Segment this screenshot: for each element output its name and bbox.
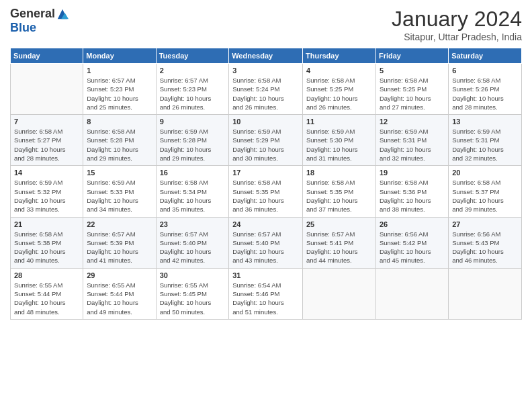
day-number: 23 (160, 220, 226, 228)
day-info: Sunrise: 6:58 AMSunset: 5:27 PMDaylight:… (14, 127, 79, 163)
day-number: 29 (87, 271, 152, 279)
day-number: 6 (452, 66, 518, 75)
calendar-cell: 27Sunrise: 6:56 AMSunset: 5:43 PMDayligh… (449, 217, 522, 268)
calendar-week-row: 28Sunrise: 6:55 AMSunset: 5:44 PMDayligh… (11, 268, 522, 319)
calendar-cell: 15Sunrise: 6:59 AMSunset: 5:33 PMDayligh… (83, 166, 156, 217)
calendar-header-row: SundayMondayTuesdayWednesdayThursdayFrid… (11, 48, 522, 64)
day-number: 17 (232, 169, 299, 177)
calendar-cell: 26Sunrise: 6:56 AMSunset: 5:42 PMDayligh… (375, 217, 448, 268)
day-number: 13 (452, 118, 518, 126)
day-number: 3 (232, 66, 299, 75)
calendar-cell (449, 268, 522, 319)
day-info: Sunrise: 6:58 AMSunset: 5:25 PMDaylight:… (306, 76, 372, 111)
day-number: 31 (232, 271, 299, 279)
day-info: Sunrise: 6:56 AMSunset: 5:42 PMDaylight:… (380, 230, 445, 265)
calendar-cell: 13Sunrise: 6:59 AMSunset: 5:31 PMDayligh… (449, 115, 522, 166)
day-number: 9 (160, 118, 226, 126)
calendar-cell: 31Sunrise: 6:54 AMSunset: 5:46 PMDayligh… (229, 268, 303, 319)
day-number: 11 (306, 118, 372, 126)
calendar-header-monday: Monday (83, 48, 156, 64)
day-info: Sunrise: 6:57 AMSunset: 5:23 PMDaylight:… (160, 76, 226, 111)
day-info: Sunrise: 6:55 AMSunset: 5:45 PMDaylight:… (160, 281, 226, 316)
calendar-header-tuesday: Tuesday (156, 48, 229, 64)
day-number: 28 (14, 271, 79, 279)
calendar-cell: 16Sunrise: 6:58 AMSunset: 5:34 PMDayligh… (156, 166, 229, 217)
calendar-header-sunday: Sunday (11, 48, 83, 64)
day-number: 8 (87, 118, 152, 126)
calendar-cell: 17Sunrise: 6:58 AMSunset: 5:35 PMDayligh… (229, 166, 303, 217)
calendar-cell: 30Sunrise: 6:55 AMSunset: 5:45 PMDayligh… (156, 268, 229, 319)
logo-blue-text: Blue (10, 21, 36, 34)
day-info: Sunrise: 6:59 AMSunset: 5:33 PMDaylight:… (87, 178, 152, 214)
day-number: 25 (306, 220, 372, 228)
calendar-header-thursday: Thursday (303, 48, 376, 64)
calendar-cell: 28Sunrise: 6:55 AMSunset: 5:44 PMDayligh… (11, 268, 83, 319)
day-number: 27 (452, 220, 518, 228)
calendar-cell: 29Sunrise: 6:55 AMSunset: 5:44 PMDayligh… (83, 268, 156, 319)
day-info: Sunrise: 6:57 AMSunset: 5:39 PMDaylight:… (87, 230, 152, 265)
page: General Blue January 2024 Sitapur, Uttar… (0, 0, 532, 326)
day-info: Sunrise: 6:58 AMSunset: 5:36 PMDaylight:… (380, 178, 445, 214)
day-number: 24 (232, 220, 299, 228)
calendar-cell (11, 64, 83, 115)
day-number: 16 (160, 169, 226, 177)
day-info: Sunrise: 6:57 AMSunset: 5:40 PMDaylight:… (232, 230, 299, 265)
calendar-cell: 11Sunrise: 6:59 AMSunset: 5:30 PMDayligh… (303, 115, 376, 166)
day-number: 21 (14, 220, 79, 228)
logo-icon (56, 8, 69, 20)
day-info: Sunrise: 6:59 AMSunset: 5:31 PMDaylight:… (380, 127, 445, 163)
day-info: Sunrise: 6:59 AMSunset: 5:30 PMDaylight:… (306, 127, 372, 163)
calendar-week-row: 7Sunrise: 6:58 AMSunset: 5:27 PMDaylight… (11, 115, 522, 166)
day-info: Sunrise: 6:59 AMSunset: 5:29 PMDaylight:… (232, 127, 299, 163)
calendar-cell: 7Sunrise: 6:58 AMSunset: 5:27 PMDaylight… (11, 115, 83, 166)
calendar-cell: 9Sunrise: 6:59 AMSunset: 5:28 PMDaylight… (156, 115, 229, 166)
day-number: 10 (232, 118, 299, 126)
calendar-cell (303, 268, 376, 319)
calendar-cell: 23Sunrise: 6:57 AMSunset: 5:40 PMDayligh… (156, 217, 229, 268)
day-number: 15 (87, 169, 152, 177)
logo-general-text: General (10, 7, 55, 21)
calendar-header-saturday: Saturday (449, 48, 522, 64)
calendar-cell: 21Sunrise: 6:58 AMSunset: 5:38 PMDayligh… (11, 217, 83, 268)
day-number: 12 (380, 118, 445, 126)
day-info: Sunrise: 6:57 AMSunset: 5:41 PMDaylight:… (306, 230, 372, 265)
day-number: 5 (380, 66, 445, 75)
day-number: 7 (14, 118, 79, 126)
day-info: Sunrise: 6:59 AMSunset: 5:31 PMDaylight:… (452, 127, 518, 163)
month-title: January 2024 (392, 7, 522, 32)
day-info: Sunrise: 6:55 AMSunset: 5:44 PMDaylight:… (14, 281, 79, 316)
day-number: 1 (87, 66, 152, 75)
calendar-cell: 24Sunrise: 6:57 AMSunset: 5:40 PMDayligh… (229, 217, 303, 268)
day-info: Sunrise: 6:57 AMSunset: 5:23 PMDaylight:… (87, 76, 152, 111)
title-block: January 2024 Sitapur, Uttar Pradesh, Ind… (392, 7, 522, 42)
day-info: Sunrise: 6:58 AMSunset: 5:35 PMDaylight:… (306, 178, 372, 214)
calendar-table: SundayMondayTuesdayWednesdayThursdayFrid… (10, 48, 522, 320)
day-number: 18 (306, 169, 372, 177)
day-info: Sunrise: 6:58 AMSunset: 5:38 PMDaylight:… (14, 230, 79, 265)
calendar-cell: 25Sunrise: 6:57 AMSunset: 5:41 PMDayligh… (303, 217, 376, 268)
day-info: Sunrise: 6:58 AMSunset: 5:26 PMDaylight:… (452, 76, 518, 111)
day-info: Sunrise: 6:58 AMSunset: 5:35 PMDaylight:… (232, 178, 299, 214)
calendar-cell: 19Sunrise: 6:58 AMSunset: 5:36 PMDayligh… (375, 166, 448, 217)
day-info: Sunrise: 6:59 AMSunset: 5:32 PMDaylight:… (14, 178, 79, 214)
header: General Blue January 2024 Sitapur, Uttar… (10, 7, 522, 42)
calendar-cell (375, 268, 448, 319)
calendar-cell: 14Sunrise: 6:59 AMSunset: 5:32 PMDayligh… (11, 166, 83, 217)
day-info: Sunrise: 6:58 AMSunset: 5:37 PMDaylight:… (452, 178, 518, 214)
day-number: 19 (380, 169, 445, 177)
day-number: 4 (306, 66, 372, 75)
day-number: 2 (160, 66, 226, 75)
calendar-cell: 20Sunrise: 6:58 AMSunset: 5:37 PMDayligh… (449, 166, 522, 217)
calendar-cell: 6Sunrise: 6:58 AMSunset: 5:26 PMDaylight… (449, 64, 522, 115)
calendar-cell: 22Sunrise: 6:57 AMSunset: 5:39 PMDayligh… (83, 217, 156, 268)
calendar-cell: 3Sunrise: 6:58 AMSunset: 5:24 PMDaylight… (229, 64, 303, 115)
calendar-header-friday: Friday (375, 48, 448, 64)
day-info: Sunrise: 6:57 AMSunset: 5:40 PMDaylight:… (160, 230, 226, 265)
day-number: 26 (380, 220, 445, 228)
calendar-cell: 10Sunrise: 6:59 AMSunset: 5:29 PMDayligh… (229, 115, 303, 166)
calendar-cell: 5Sunrise: 6:58 AMSunset: 5:25 PMDaylight… (375, 64, 448, 115)
calendar-cell: 8Sunrise: 6:58 AMSunset: 5:28 PMDaylight… (83, 115, 156, 166)
day-info: Sunrise: 6:58 AMSunset: 5:24 PMDaylight:… (232, 76, 299, 111)
day-info: Sunrise: 6:58 AMSunset: 5:28 PMDaylight:… (87, 127, 152, 163)
day-info: Sunrise: 6:58 AMSunset: 5:25 PMDaylight:… (380, 76, 445, 111)
